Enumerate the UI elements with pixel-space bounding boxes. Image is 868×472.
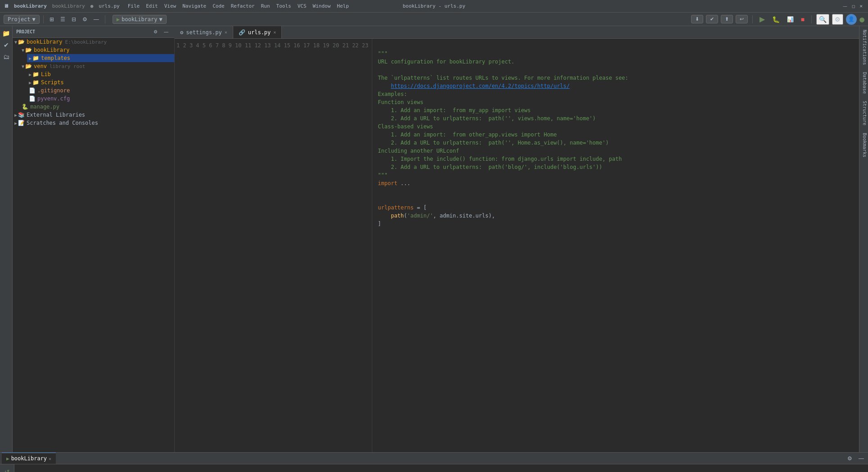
tree-label: manage.py — [30, 104, 59, 110]
panel-minimize-btn[interactable]: — — [162, 28, 171, 36]
menu-item-navigate[interactable]: Navigate — [180, 2, 209, 10]
code-editor[interactable]: """ URL configuration for bookLibrary pr… — [372, 39, 859, 452]
sidebar-project-btn[interactable]: 📁 — [1, 28, 12, 39]
folder-icon: 📁 — [32, 71, 39, 77]
git-update-btn[interactable]: ⬇ — [691, 15, 703, 23]
menu-item-refactor[interactable]: Refactor — [228, 2, 258, 10]
panel-header-icons: ⚙ — — [151, 28, 171, 36]
search-everywhere-btn[interactable]: 🔍 — [816, 14, 829, 25]
run-panel-controls: ⚙ — — [845, 454, 866, 463]
toolbar-layout-btn[interactable]: ⊞ — [47, 15, 56, 24]
menu-bar: FileEditViewNavigateCodeRefactorRunTools… — [125, 2, 352, 10]
tree-item-scratches[interactable]: ▶ 📝 Scratches and Consoles — [13, 119, 174, 127]
menu-item-view[interactable]: View — [162, 2, 179, 10]
file-tree-panel: PROJECT ⚙ — ▼ 📂 bookLibrary E:\bookLibra… — [13, 26, 175, 452]
settings-tab-icon: ⚙ — [180, 29, 183, 36]
menu-item-code[interactable]: Code — [210, 2, 227, 10]
notifications-panel-btn[interactable]: Notifications — [859, 26, 868, 68]
run-config-label: bookLibrary — [122, 16, 157, 23]
git-push-btn[interactable]: ⬆ — [721, 15, 733, 23]
sidebar-icons: 📁 ✔ 🗂 — [0, 26, 13, 452]
tree-item-managepy[interactable]: 🐍 manage.py — [20, 103, 174, 111]
scratches-label: Scratches and Consoles — [27, 120, 98, 126]
avatar[interactable]: 👤 — [846, 14, 857, 25]
expand-icon: ▶ — [29, 80, 32, 85]
sidebar-structure-btn[interactable]: 🗂 — [1, 51, 12, 62]
git-revert-btn[interactable]: ↩ — [736, 15, 748, 23]
tree-item-scripts[interactable]: ▶ 📁 Scripts — [27, 78, 174, 86]
run-panel-minimize[interactable]: — — [856, 454, 866, 463]
tree-item-pyvenv[interactable]: 📄 pyvenv.cfg — [27, 95, 174, 103]
main-layout: 📁 ✔ 🗂 PROJECT ⚙ — ▼ 📂 bookLibrary E:\boo… — [0, 26, 868, 452]
panel-title: PROJECT — [16, 29, 35, 34]
settings-btn[interactable]: ⚙ — [832, 14, 843, 25]
toolbar-minus-btn[interactable]: — — [91, 15, 101, 24]
menu-item-edit[interactable]: Edit — [143, 2, 161, 10]
editor-area: ⚙ settings.py ✕ 🔗 urls.py ✕ 1 2 3 4 5 6 … — [175, 26, 859, 452]
debug-btn[interactable]: 🐛 — [770, 14, 782, 24]
run-tab[interactable]: ▶ bookLibrary ✕ — [2, 453, 56, 464]
structure-panel-btn[interactable]: Structure — [859, 97, 868, 129]
menu-item-vcs[interactable]: VCS — [295, 2, 309, 10]
menu-item-tools[interactable]: Tools — [274, 2, 294, 10]
folder-icon: 📂 — [18, 39, 25, 45]
settings-tab-close[interactable]: ✕ — [225, 30, 227, 35]
library-icon: 📚 — [18, 112, 25, 118]
tree-item-root[interactable]: ▼ 📂 bookLibrary E:\bookLibrary — [13, 38, 174, 46]
run-toolbar: ↺ ↑ ↓ ■ ⤓ ⇌ 🗑 📌 — [0, 464, 14, 472]
stop-btn[interactable]: ■ — [799, 14, 807, 24]
toolbar-list-btn[interactable]: ☰ — [58, 15, 68, 24]
run-configuration[interactable]: ▶ bookLibrary ▼ — [113, 15, 167, 24]
run-output[interactable]: E:\bookLibrary\venv\Scripts\python.exe E… — [14, 464, 868, 472]
rerun-btn[interactable]: ↺ — [2, 467, 12, 472]
menu-item-run[interactable]: Run — [258, 2, 273, 10]
run-tab-close[interactable]: ✕ — [49, 456, 51, 461]
maximize-button[interactable]: ◻ — [850, 3, 856, 9]
menu-item-file[interactable]: File — [125, 2, 143, 10]
run-panel: ↺ ↑ ↓ ■ ⤓ ⇌ 🗑 📌 E:\bookLibrary\venv\Scri… — [0, 464, 868, 472]
panel-close-btn[interactable]: ⚙ — [151, 28, 160, 36]
git-commit-btn[interactable]: ✔ — [706, 15, 718, 23]
tree-label: venv — [34, 63, 47, 69]
expand-icon: ▶ — [29, 72, 32, 77]
tree-label: .gitignore — [37, 87, 70, 94]
tree-item-venv[interactable]: ▼ 📂 venv library root — [20, 62, 174, 70]
settings-tab-label: settings.py — [186, 29, 222, 36]
toolbar-right: ⬇ ✔ ⬆ ↩ ▶ 🐛 📊 ■ 🔍 ⚙ 👤 ● — [691, 14, 864, 25]
file-py-icon: 🐍 — [22, 104, 28, 110]
folder-icon: 📁 — [32, 55, 39, 61]
project-dropdown[interactable]: Project ▼ — [4, 15, 40, 24]
bookmarks-panel-btn[interactable]: Bookmarks — [859, 129, 868, 161]
window-controls: — ◻ ✕ — [842, 3, 864, 9]
folder-icon: 📁 — [32, 79, 39, 86]
urls-tab-close[interactable]: ✕ — [273, 30, 276, 35]
tree-label: Scripts — [41, 79, 64, 86]
sep3 — [752, 15, 753, 23]
run-panel-settings[interactable]: ⚙ — [845, 454, 854, 463]
app-name-tab2-label: urls.py — [99, 3, 119, 9]
tree-item-gitignore[interactable]: 📄 .gitignore — [27, 86, 174, 95]
sidebar-commit-btn[interactable]: ✔ — [1, 40, 12, 50]
tree-label: templates — [41, 55, 70, 61]
urls-tab-icon: 🔗 — [239, 29, 245, 36]
toolbar-settings-btn[interactable]: ⚙ — [80, 15, 90, 24]
notification-dot[interactable]: ● — [859, 14, 864, 24]
tree-label: bookLibrary — [34, 47, 69, 53]
toolbar-split-btn[interactable]: ⊟ — [69, 15, 78, 24]
window-title: bookLibrary - urls.py — [402, 3, 465, 9]
separator2 — [105, 15, 105, 23]
menu-item-window[interactable]: Window — [310, 2, 334, 10]
title-bar-right: — ◻ ✕ — [842, 3, 864, 9]
run-btn[interactable]: ▶ — [757, 14, 767, 25]
tree-item-templates[interactable]: ▶ 📁 templates — [27, 54, 174, 62]
minimize-button[interactable]: — — [842, 3, 848, 9]
close-button[interactable]: ✕ — [858, 3, 864, 9]
menu-item-help[interactable]: Help — [334, 2, 352, 10]
tree-item-booklibrary[interactable]: ▼ 📂 bookLibrary — [20, 46, 174, 54]
database-panel-btn[interactable]: Database — [859, 68, 868, 97]
tab-urls[interactable]: 🔗 urls.py ✕ — [233, 26, 282, 38]
tab-settings[interactable]: ⚙ settings.py ✕ — [175, 26, 233, 38]
tree-item-external-libs[interactable]: ▶ 📚 External Libraries — [13, 111, 174, 119]
profile-btn[interactable]: 📊 — [785, 15, 796, 24]
tree-item-lib[interactable]: ▶ 📁 Lib — [27, 70, 174, 78]
